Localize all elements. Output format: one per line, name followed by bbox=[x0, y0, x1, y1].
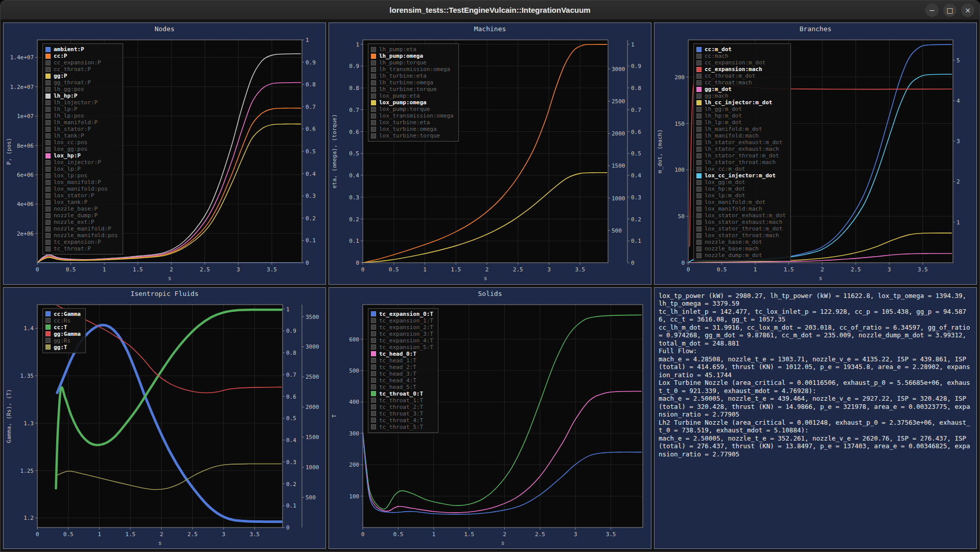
legend-item-lh_lp:m_dot[interactable]: lh_lp:m_dot bbox=[696, 119, 786, 126]
legend-item-lox_gg:pos[interactable]: lox_gg:pos bbox=[45, 146, 118, 152]
legend-item-lox_turbine:torque[interactable]: lox_turbine:torque bbox=[371, 132, 454, 139]
legend-item-nozzle_ext:P[interactable]: nozzle_ext:P bbox=[45, 219, 118, 225]
legend-item-lox_manifold:pos[interactable]: lox_manifold:pos bbox=[45, 186, 118, 192]
legend-item-tc_head_0:T[interactable]: tc_head_0:T bbox=[371, 351, 433, 357]
legend-item-tc_expansion:P[interactable]: tc_expansion:P bbox=[45, 239, 118, 245]
legend-item-tc_head_3:T[interactable]: tc_head_3:T bbox=[371, 371, 433, 377]
minimize-button[interactable]: − bbox=[925, 4, 939, 17]
legend-item-lh_hp:P[interactable]: lh_hp:P bbox=[45, 93, 118, 99]
legend-item-gg:m_dot[interactable]: gg:m_dot bbox=[696, 86, 786, 93]
legend-item-lh_manifold:mach[interactable]: lh_manifold:mach bbox=[696, 132, 786, 139]
titlebar[interactable]: lorensim_tests::TestEngineVulcain::Integ… bbox=[1, 1, 979, 20]
legend-item-tc_throat_5:T[interactable]: tc_throat_5:T bbox=[371, 424, 433, 430]
legend-item-nozzle_base:P[interactable]: nozzle_base:P bbox=[45, 205, 118, 212]
legend-item-gg:mach[interactable]: gg:mach bbox=[696, 93, 786, 99]
legend-item-tc_throat:P[interactable]: tc_throat:P bbox=[45, 245, 118, 252]
legend-item-lox_turbine:omega[interactable]: lox_turbine:omega bbox=[371, 126, 454, 132]
legend-item-lox_turbine:eta[interactable]: lox_turbine:eta bbox=[371, 119, 454, 126]
legend-item-nozzle_base:mach[interactable]: nozzle_base:mach bbox=[696, 245, 786, 252]
legend-item-nozzle_base:m_dot[interactable]: nozzle_base:m_dot bbox=[696, 239, 786, 245]
legend-item-lh_lp:pos[interactable]: lh_lp:pos bbox=[45, 112, 118, 119]
legend-item-lox_stator_throat:m_dot[interactable]: lox_stator_throat:m_dot bbox=[696, 225, 786, 232]
legend-item-tc_expansion_1:T[interactable]: tc_expansion_1:T bbox=[371, 317, 433, 324]
legend-item-cc:Gamma[interactable]: cc:Gamma bbox=[45, 311, 81, 317]
legend-item-tc_head_1:T[interactable]: tc_head_1:T bbox=[371, 357, 433, 364]
close-button[interactable]: × bbox=[961, 4, 974, 17]
legend-item-lox_lp:P[interactable]: lox_lp:P bbox=[45, 166, 118, 172]
legend-item-tc_expansion_2:T[interactable]: tc_expansion_2:T bbox=[371, 324, 433, 331]
legend-item-lh_injector:P[interactable]: lh_injector:P bbox=[45, 99, 118, 106]
legend-item-lox_manifold:m_dot[interactable]: lox_manifold:m_dot bbox=[696, 199, 786, 205]
legend-item-lox_hp:m_dot[interactable]: lox_hp:m_dot bbox=[696, 186, 786, 192]
legend-item-lh_gg:pos[interactable]: lh_gg:pos bbox=[45, 86, 118, 93]
legend-item-tc_expansion_3:T[interactable]: tc_expansion_3:T bbox=[371, 331, 433, 337]
legend-item-lh_lp:P[interactable]: lh_lp:P bbox=[45, 106, 118, 112]
legend-item-tc_throat_2:T[interactable]: tc_throat_2:T bbox=[371, 404, 433, 410]
legend-item-lox_cc:pos[interactable]: lox_cc:pos bbox=[45, 139, 118, 146]
legend-item-lox_stator_throat:mach[interactable]: lox_stator_throat:mach bbox=[696, 232, 786, 239]
legend-item-lh_turbine:eta[interactable]: lh_turbine:eta bbox=[371, 73, 454, 79]
legend-item-lh_stator_exhaust:m_dot[interactable]: lh_stator_exhaust:m_dot bbox=[696, 139, 786, 146]
legend-item-cc_throat:m_dot[interactable]: cc_throat:m_dot bbox=[696, 73, 786, 79]
legend-item-lh_hp:m_dot[interactable]: lh_hp:m_dot bbox=[696, 112, 786, 119]
legend-item-tc_throat_4:T[interactable]: tc_throat_4:T bbox=[371, 417, 433, 424]
legend-item-lh_tank:P[interactable]: lh_tank:P bbox=[45, 132, 118, 139]
legend-item-lox_pump:eta[interactable]: lox_pump:eta bbox=[371, 93, 454, 99]
legend-item-lox_stator_exhaust:mach[interactable]: lox_stator_exhaust:mach bbox=[696, 219, 786, 225]
legend-item-cc_throat:P[interactable]: cc_throat:P bbox=[45, 66, 118, 73]
legend-item-cc:m_dot[interactable]: cc:m_dot bbox=[696, 46, 786, 53]
legend-item-tc_head_5:T[interactable]: tc_head_5:T bbox=[371, 384, 433, 390]
legend-item-cc_expansion:P[interactable]: cc_expansion:P bbox=[45, 59, 118, 66]
legend-item-lox_gg:m_dot[interactable]: lox_gg:m_dot bbox=[696, 179, 786, 186]
legend-item-tc_throat_1:T[interactable]: tc_throat_1:T bbox=[371, 397, 433, 404]
legend-item-lox_stator:P[interactable]: lox_stator:P bbox=[45, 192, 118, 199]
legend-item-cc_expansion:mach[interactable]: cc_expansion:mach bbox=[696, 66, 786, 73]
legend-item-lh_pump:eta[interactable]: lh_pump:eta bbox=[371, 46, 454, 53]
legend-item-cc_expansion:m_dot[interactable]: cc_expansion:m_dot bbox=[696, 59, 786, 66]
legend-item-cc_throat:mach[interactable]: cc_throat:mach bbox=[696, 79, 786, 86]
legend-item-lox_stator_exhaust:m_dot[interactable]: lox_stator_exhaust:m_dot bbox=[696, 212, 786, 219]
legend-item-lox_pump:omega[interactable]: lox_pump:omega bbox=[371, 99, 454, 106]
legend-item-tc_throat_3:T[interactable]: tc_throat_3:T bbox=[371, 410, 433, 417]
legend-item-lox_lp:m_dot[interactable]: lox_lp:m_dot bbox=[696, 192, 786, 199]
legend-item-cc:P[interactable]: cc:P bbox=[45, 53, 118, 59]
legend-item-gg:T[interactable]: gg:T bbox=[45, 344, 81, 351]
legend-item-lh_stator:P[interactable]: lh_stator:P bbox=[45, 126, 118, 132]
legend-item-nozzle_manifold:P[interactable]: nozzle_manifold:P bbox=[45, 225, 118, 232]
legend-item-cc:Rs[interactable]: cc:Rs bbox=[45, 317, 81, 324]
legend-item-gg:Gamma[interactable]: gg:Gamma bbox=[45, 331, 81, 337]
legend-item-tc_expansion_4:T[interactable]: tc_expansion_4:T bbox=[371, 337, 433, 344]
legend-item-lox_pump:torque[interactable]: lox_pump:torque bbox=[371, 106, 454, 112]
legend-item-lh_transmission:omega[interactable]: lh_transmission:omega bbox=[371, 66, 454, 73]
legend-item-nozzle_manifold:pos[interactable]: nozzle_manifold:pos bbox=[45, 232, 118, 239]
legend-item-lh_stator_throat:m_dot[interactable]: lh_stator_throat:m_dot bbox=[696, 152, 786, 159]
legend-item-tc_expansion_0:T[interactable]: tc_expansion_0:T bbox=[371, 311, 433, 317]
legend-item-tc_head_2:T[interactable]: tc_head_2:T bbox=[371, 364, 433, 371]
legend-item-gg_throat:P[interactable]: gg_throat:P bbox=[45, 79, 118, 86]
legend-item-tc_head_4:T[interactable]: tc_head_4:T bbox=[371, 377, 433, 384]
legend-item-lh_cc_injector:m_dot[interactable]: lh_cc_injector:m_dot bbox=[696, 99, 786, 106]
legend-item-lox_transmission:omega[interactable]: lox_transmission:omega bbox=[371, 112, 454, 119]
legend-item-lh_manifold:P[interactable]: lh_manifold:P bbox=[45, 119, 118, 126]
legend-item-cc:mach[interactable]: cc:mach bbox=[696, 53, 786, 59]
legend-item-lox_cc_injector:m_dot[interactable]: lox_cc_injector:m_dot bbox=[696, 172, 786, 179]
legend-item-gg:P[interactable]: gg:P bbox=[45, 73, 118, 79]
legend-item-gg:Rs[interactable]: gg:Rs bbox=[45, 337, 81, 344]
legend-item-cc:T[interactable]: cc:T bbox=[45, 324, 81, 331]
legend-item-lox_manifold:P[interactable]: lox_manifold:P bbox=[45, 179, 118, 186]
legend-item-nozzle_dump:m_dot[interactable]: nozzle_dump:m_dot bbox=[696, 252, 786, 259]
legend-item-lox_lp:pos[interactable]: lox_lp:pos bbox=[45, 172, 118, 179]
legend-item-lh_turbine:torque[interactable]: lh_turbine:torque bbox=[371, 86, 454, 93]
legend-item-lox_manifold:mach[interactable]: lox_manifold:mach bbox=[696, 205, 786, 212]
legend-item-lh_stator_throat:mach[interactable]: lh_stator_throat:mach bbox=[696, 159, 786, 166]
legend-item-lh_turbine:omega[interactable]: lh_turbine:omega bbox=[371, 79, 454, 86]
legend-item-lox_cc:m_dot[interactable]: lox_cc:m_dot bbox=[696, 166, 786, 172]
legend-item-tc_expansion_5:T[interactable]: tc_expansion_5:T bbox=[371, 344, 433, 351]
legend-item-lox_injector:P[interactable]: lox_injector:P bbox=[45, 159, 118, 166]
maximize-button[interactable]: □ bbox=[943, 4, 956, 17]
legend-item-lh_pump:omega[interactable]: lh_pump:omega bbox=[371, 53, 454, 59]
legend-item-lh_pump:torque[interactable]: lh_pump:torque bbox=[371, 59, 454, 66]
legend-item-tc_throat_0:T[interactable]: tc_throat_0:T bbox=[371, 390, 433, 397]
legend-item-lh_manifold:m_dot[interactable]: lh_manifold:m_dot bbox=[696, 126, 786, 132]
legend-item-lh_stator_exhaust:mach[interactable]: lh_stator_exhaust:mach bbox=[696, 146, 786, 152]
